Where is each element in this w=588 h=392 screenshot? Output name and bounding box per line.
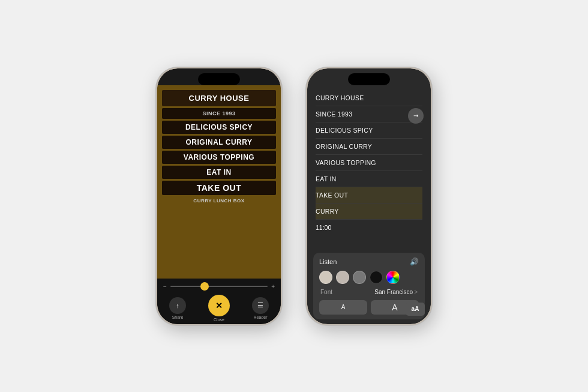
sign-row-eatin: EAT IN bbox=[162, 166, 276, 179]
list-item: CURRY HOUSE bbox=[316, 90, 422, 106]
listen-label: Listen bbox=[319, 258, 337, 265]
color-option-black[interactable] bbox=[370, 271, 383, 284]
close-button[interactable]: ✕ Close bbox=[208, 295, 230, 322]
action-bar: ↑ Share ✕ Close ☰ Reader bbox=[163, 295, 275, 322]
list-item: EAT IN bbox=[316, 171, 422, 187]
sign-row-original: ORIGINAL CURRY bbox=[162, 136, 276, 149]
font-label: Font bbox=[320, 289, 332, 295]
size-small-button[interactable]: A bbox=[319, 300, 367, 315]
phone1-bottom-bar: − + ↑ Share ✕ Close bbox=[157, 279, 281, 324]
color-option-rainbow[interactable] bbox=[386, 271, 400, 284]
aa-button[interactable]: aA bbox=[406, 303, 425, 316]
font-value[interactable]: San Francisco > bbox=[374, 289, 418, 295]
zoom-in-icon[interactable]: + bbox=[271, 283, 275, 290]
list-item: SINCE 1993 bbox=[316, 106, 422, 122]
dynamic-island-1 bbox=[198, 73, 240, 85]
dynamic-island-2 bbox=[348, 73, 390, 85]
list-item-takeout[interactable]: TAKE OUT bbox=[316, 187, 422, 204]
font-row: Font San Francisco > bbox=[319, 289, 419, 295]
partial-text-row: 11:00 bbox=[316, 220, 422, 235]
reader-icon: ☰ bbox=[252, 297, 269, 314]
share-button[interactable]: ↑ Share bbox=[169, 297, 186, 319]
list-item: ORIGINAL CURRY bbox=[316, 139, 422, 155]
speaker-icon[interactable]: 🔊 bbox=[410, 258, 419, 266]
zoom-bar[interactable]: − + bbox=[163, 283, 275, 290]
phone2-content: ↗ CURRY HOUSE SINCE 1993 DELICIOUS SPICY… bbox=[307, 85, 431, 324]
close-icon: ✕ bbox=[208, 295, 230, 316]
list-item: DELICIOUS SPICY bbox=[316, 122, 422, 139]
sign-board: CURRY HOUSE SINCE 1993 DELICIOUS SPICY O… bbox=[157, 85, 281, 279]
share-icon: ↑ bbox=[169, 297, 186, 314]
list-item-curry[interactable]: CURRY bbox=[316, 204, 422, 220]
color-option-beige[interactable] bbox=[319, 271, 332, 284]
tooltip-header: Listen 🔊 bbox=[319, 258, 419, 266]
color-options bbox=[319, 271, 419, 284]
phone-2: ↗ CURRY HOUSE SINCE 1993 DELICIOUS SPICY… bbox=[306, 67, 432, 325]
sign-row-delicious: DELICIOUS SPICY bbox=[162, 121, 276, 134]
zoom-thumb[interactable] bbox=[200, 282, 209, 291]
color-option-light-gray[interactable] bbox=[336, 271, 349, 284]
sign-row-partial: CURRY LUNCH BOX bbox=[162, 197, 276, 205]
size-row: A A bbox=[319, 300, 419, 315]
sign-row-various: VARIOUS TOPPING bbox=[162, 151, 276, 164]
sign-row-takeout: TAKE OUT bbox=[162, 181, 276, 195]
color-option-gray[interactable] bbox=[353, 271, 366, 284]
reader-button[interactable]: ☰ Reader bbox=[252, 297, 269, 319]
phone-1: CURRY HOUSE SINCE 1993 DELICIOUS SPICY O… bbox=[156, 67, 282, 325]
sign-row-curry-house: CURRY HOUSE bbox=[162, 90, 276, 106]
zoom-out-icon[interactable]: − bbox=[163, 283, 167, 290]
list-item: VARIOUS TOPPING bbox=[316, 155, 422, 171]
camera-view: CURRY HOUSE SINCE 1993 DELICIOUS SPICY O… bbox=[157, 85, 281, 279]
zoom-track[interactable] bbox=[170, 286, 268, 287]
sign-row-since: SINCE 1993 bbox=[162, 108, 276, 119]
expand-button[interactable]: ↗ bbox=[408, 108, 424, 124]
